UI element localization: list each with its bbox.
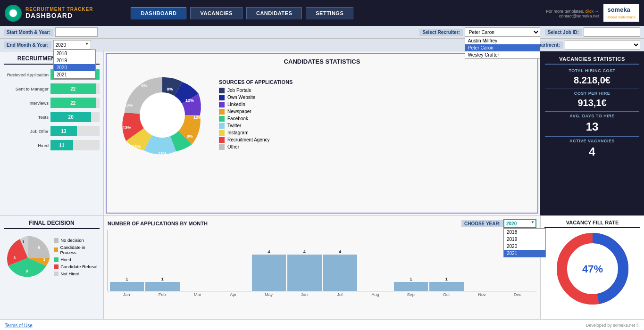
year-2020[interactable]: 2020 [54, 64, 95, 71]
bar-fill-sep [394, 282, 428, 291]
divider-1 [545, 89, 639, 89]
nav-dashboard[interactable]: DASHBOARD [131, 7, 186, 19]
donut-pct-1: 8% [167, 87, 173, 91]
legend-linkedin: LinkedIn [219, 102, 534, 107]
legend-color-9 [219, 144, 225, 150]
pipeline-label-5: Job Offer [4, 129, 49, 134]
pipeline-row-5: Job Offer 13 [4, 126, 100, 136]
bar-num-oct: 1 [445, 277, 448, 281]
bar-fill-4: 20 [50, 112, 91, 122]
start-month-input[interactable] [55, 27, 98, 37]
divider-2 [545, 111, 639, 112]
candidates-stats-title: CANDIDATES STATISTICS [110, 58, 534, 65]
bar-fill-may [252, 255, 286, 291]
pipeline-label-3: Interviews [4, 100, 49, 106]
legend-color-3 [219, 102, 225, 107]
logo-icon [5, 5, 22, 22]
fd-label-4: 3 [13, 256, 16, 260]
month-label-dec: Dec [501, 292, 535, 297]
month-labels: Jan Feb Mar Apr May Jun Jul Aug Sep Oct … [108, 291, 536, 298]
pipeline-bar-3: 22 [50, 98, 100, 108]
monthly-header: NUMBER OF APPLICATIONS BY MONTH CHOOSE Y… [108, 219, 536, 228]
donut-pct-2: 12% [185, 98, 194, 103]
legend-color-7 [219, 130, 225, 136]
month-bar-aug [359, 230, 393, 291]
month-bar-mar [181, 230, 215, 291]
month-bar-jul: 4 [323, 230, 357, 291]
right-column: VACANCIES STATISTICS TOTAL HIRING COST 8… [540, 51, 644, 319]
template-text: For more templates, click → [546, 8, 599, 14]
divider-3 [545, 136, 639, 137]
fd-color-nodecision [54, 238, 59, 243]
logo-area: RECRUITMENT TRACKER DASHBOARD [5, 5, 93, 22]
nav-vacancies[interactable]: VACANCIES [190, 7, 242, 19]
year-options-dropdown: 2018 2019 2020 2021 [503, 228, 546, 257]
fill-rate-svg: 47% [552, 231, 633, 306]
terms-link[interactable]: Terms of Use [5, 323, 33, 328]
footer: Terms of Use Developed by someka.net © [0, 319, 644, 330]
donut-pct-8: 13% [124, 103, 133, 107]
year-opt-2021[interactable]: 2021 [504, 250, 545, 257]
job-id-label: Select Job ID: [545, 29, 582, 36]
pipeline-row-3: Interviews 22 [4, 98, 100, 108]
bar-fill-jan [110, 282, 144, 291]
final-decision: FINAL DECISION 6 [0, 215, 103, 319]
bar-fill-jun [287, 255, 321, 291]
fill-rate-title: VACANCY FILL RATE [544, 220, 640, 228]
fd-color-refusal [54, 264, 59, 269]
year-2019[interactable]: 2019 [54, 57, 95, 64]
end-dropdown-arrow: ▼ [85, 41, 89, 46]
end-month-label: End Month & Year: [4, 41, 51, 49]
fd-label-2: 1 [43, 257, 46, 262]
year-2021[interactable]: 2021 [54, 71, 95, 78]
fd-title: FINAL DECISION [4, 220, 100, 229]
recruiter-option-3[interactable]: Wesley Crafter [465, 51, 540, 58]
recruiter-option-1[interactable]: Austin Millfrey [465, 37, 540, 44]
donut-chart-area: 8% 12% 12% 8% 13% 13% 13% 13% 8% [110, 68, 214, 162]
fd-legend-hired: Hired [54, 257, 100, 262]
department-select[interactable] [565, 40, 640, 50]
month-bar-apr [217, 230, 251, 291]
bar-num-jun: 4 [303, 249, 306, 254]
center-column: CANDIDATES STATISTICS [104, 51, 540, 319]
nav-candidates[interactable]: CANDIDATES [246, 7, 302, 19]
recruiter-dropdown: Austin Millfrey Peter Caron Wesley Craft… [465, 37, 540, 59]
nav-settings[interactable]: SETTINGS [306, 7, 353, 19]
year-opt-2018[interactable]: 2018 [504, 229, 545, 236]
month-bar-sep: 1 [394, 230, 428, 291]
year-opt-2019[interactable]: 2019 [504, 236, 545, 243]
legend-own-website: Own Website [219, 95, 534, 100]
cost-per-hire-section: COST PER HIRE 913,1€ [545, 91, 639, 108]
total-hiring-value: 8.218,0€ [545, 75, 639, 86]
sources-title: SOURCES OF APPLICATIONS [219, 79, 534, 85]
recruiter-select[interactable]: Austin Millfrey Peter Caron Wesley Craft… [465, 27, 540, 37]
month-bar-feb: 1 [145, 230, 179, 291]
bar-num-may: 4 [268, 249, 270, 254]
header: RECRUITMENT TRACKER DASHBOARD DASHBOARD … [0, 0, 644, 26]
fd-legend: No decision Candidate in Process Hired C… [54, 238, 100, 278]
legend-color-2 [219, 95, 225, 100]
fd-label-1: 6 [38, 245, 40, 250]
pipeline-bar-5: 13 [50, 126, 100, 136]
legend-color-5 [219, 116, 225, 122]
year-2018[interactable]: 2018 [54, 50, 95, 57]
legend-color-4 [219, 109, 225, 115]
pipeline-bar-2: 22 [50, 83, 100, 94]
month-label-aug: Aug [358, 292, 392, 297]
donut-pct-4: 8% [186, 134, 192, 139]
developed-by: Developed by someka.net © [586, 323, 639, 328]
candidates-statistics: CANDIDATES STATISTICS [106, 53, 538, 214]
job-id-input[interactable] [584, 27, 640, 37]
bar-num-jan: 1 [126, 277, 128, 281]
end-year-dropdown: 2018 2019 2020 2021 [53, 50, 96, 79]
pipeline-label-2: Sent to Manager [4, 86, 49, 91]
year-opt-2020[interactable]: 2020 [504, 243, 545, 250]
filter-group-jobid: Select Job ID: [545, 27, 640, 37]
legend-label-5: Facebook [227, 116, 248, 121]
donut-pct-6: 13% [132, 144, 141, 149]
brand-title: RECRUITMENT TRACKER [25, 7, 93, 12]
fd-content: 6 1 9 3 1 No decision Candidate in Proce… [4, 232, 100, 284]
recruiter-option-2[interactable]: Peter Caron [465, 44, 540, 51]
month-label-jun: Jun [287, 292, 321, 297]
legend-color-8 [219, 137, 225, 143]
